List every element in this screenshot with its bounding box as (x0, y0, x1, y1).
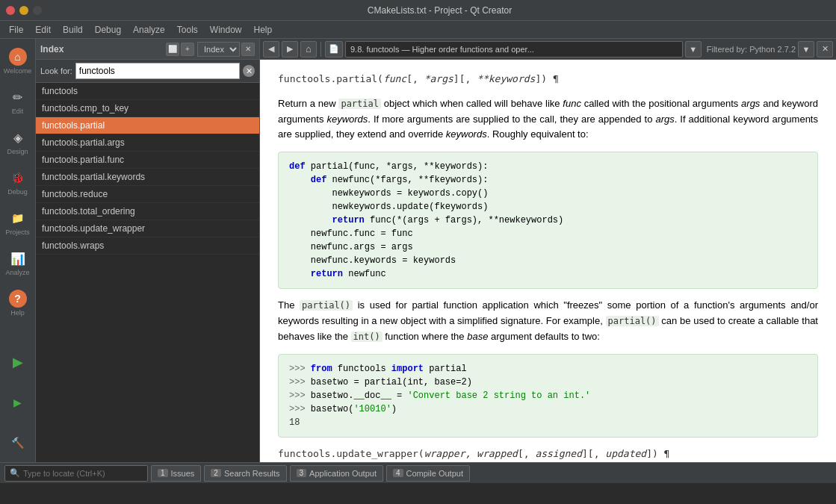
locate-input[interactable] (23, 469, 143, 478)
prompt-1: >>> (289, 364, 306, 374)
menu-analyze[interactable]: Analyze (127, 23, 171, 37)
tab-compile-num: 4 (393, 469, 403, 477)
nav-forward-button[interactable]: ▶ (282, 41, 298, 57)
sidebar-item-build[interactable]: 🔨 (1, 423, 34, 462)
sidebar-item-help[interactable]: ? Help (1, 284, 34, 323)
kw-def-1: def (289, 161, 306, 172)
toolbar-separator (321, 42, 321, 57)
sidebar-label-design: Design (7, 148, 28, 155)
close-panel-button[interactable]: ✕ (241, 43, 255, 56)
search-label: Look for: (40, 66, 72, 75)
sidebar-label-help: Help (10, 309, 25, 317)
design-icon: ◈ (9, 128, 27, 146)
index-item-functools[interactable]: functools (36, 83, 259, 100)
index-item-wraps[interactable]: functools.wraps (36, 237, 259, 255)
sidebar-item-edit[interactable]: ✏ Edit (1, 82, 34, 121)
window-title: CMakeLists.txt - Project - Qt Creator (49, 5, 830, 16)
nav-back-button[interactable]: ◀ (263, 41, 279, 57)
analyze-icon: 📊 (9, 249, 27, 267)
search-bar: Look for: ✕ (36, 60, 259, 83)
run-icon: ▶ (9, 353, 27, 371)
sidebar-item-run[interactable]: ▶ (1, 343, 34, 382)
sidebar-item-design[interactable]: ◈ Design (1, 122, 34, 161)
sidebar-item-build-run[interactable]: ▶ (1, 383, 34, 422)
minimize-button[interactable] (19, 6, 28, 15)
doc-file-button[interactable]: 📄 (325, 41, 343, 57)
nav-home-button[interactable]: ⌂ (300, 41, 317, 57)
content-toolbar: ◀ ▶ ⌂ 📄 9.8. functools — Higher order fu… (260, 39, 836, 60)
tab-search-label: Search Results (224, 469, 280, 478)
tab-compile-output[interactable]: 4 Compile Output (386, 465, 470, 482)
close-doc-button[interactable]: ✕ (817, 41, 833, 57)
partial-call-mono2: partial() (606, 316, 659, 326)
doc-title-text: 9.8. functools — Higher order functions … (350, 45, 534, 54)
search-input[interactable] (75, 63, 240, 79)
kw-import: import (391, 364, 424, 374)
maximize-button[interactable] (33, 6, 42, 15)
index-item-cmp-to-key[interactable]: functools.cmp_to_key (36, 100, 259, 117)
menubar: File Edit Build Debug Analyze Tools Wind… (0, 21, 836, 39)
code-block-example: >>> from functools import partial >>> ba… (278, 354, 818, 438)
sidebar-label-analyze: Analyze (5, 269, 29, 276)
window-controls (6, 6, 42, 15)
titlebar: CMakeLists.txt - Project - Qt Creator (0, 0, 836, 21)
filter-label: Filtered by: Python 2.7.2 (707, 45, 796, 54)
menu-edit[interactable]: Edit (29, 23, 57, 37)
filter-dropdown-button[interactable]: ▼ (798, 41, 814, 57)
menu-build[interactable]: Build (57, 23, 89, 37)
statusbar: 🔍 1 Issues 2 Search Results 3 Applicatio… (0, 462, 836, 483)
tab-issues-num: 1 (158, 469, 168, 477)
tab-app-num: 3 (297, 469, 307, 477)
menu-help[interactable]: Help (248, 23, 279, 37)
index-item-partial-keywords[interactable]: functools.partial.keywords (36, 169, 259, 186)
tab-compile-label: Compile Output (406, 469, 463, 478)
code-block-partial-def: def partial(func, *args, **keywords): de… (278, 152, 818, 289)
build-run-icon: ▶ (9, 393, 27, 411)
prompt-2: >>> (289, 377, 306, 388)
add-button[interactable]: + (181, 43, 194, 56)
help-icon: ? (9, 290, 27, 308)
sidebar-item-welcome[interactable]: ⌂ Welcome (1, 42, 34, 81)
doc-dropdown-button[interactable]: ▼ (685, 41, 702, 57)
search-clear-button[interactable]: ✕ (243, 65, 255, 77)
menu-tools[interactable]: Tools (171, 23, 204, 37)
kw-def-2: def (311, 175, 327, 185)
sidebar-label-edit: Edit (12, 108, 24, 115)
partial-mono: partial (338, 99, 381, 109)
index-item-total-ordering[interactable]: functools.total_ordering (36, 203, 259, 220)
menu-file[interactable]: File (3, 23, 29, 37)
kw-return-1: return (332, 215, 365, 225)
body-partial-desc-text: The partial() is used for partial functi… (278, 298, 818, 344)
split-button[interactable]: ⬜ (166, 43, 179, 56)
index-list: functools functools.cmp_to_key functools… (36, 83, 259, 462)
index-item-partial-args[interactable]: functools.partial.args (36, 134, 259, 152)
tab-issues[interactable]: 1 Issues (151, 465, 201, 482)
tab-search-num: 2 (211, 469, 221, 477)
prompt-3: >>> (289, 391, 306, 401)
index-item-partial[interactable]: functools.partial (36, 117, 259, 134)
menu-window[interactable]: Window (204, 23, 248, 37)
index-item-partial-func[interactable]: functools.partial.func (36, 152, 259, 169)
panel-dropdown[interactable]: Index (197, 42, 240, 57)
tab-app-label: Application Output (309, 469, 377, 478)
sidebar-item-analyze[interactable]: 📊 Analyze (1, 243, 34, 282)
tab-app-output[interactable]: 3 Application Output (290, 465, 383, 482)
right-content: ◀ ▶ ⌂ 📄 9.8. functools — Higher order fu… (260, 39, 836, 462)
index-item-update-wrapper[interactable]: functools.update_wrapper (36, 220, 259, 237)
tab-issues-label: Issues (171, 469, 195, 478)
menu-debug[interactable]: Debug (89, 23, 127, 37)
body-partial-text: Return a new partial object which when c… (278, 96, 818, 143)
sidebar-icons: ⌂ Welcome ✏ Edit ◈ Design 🐞 Debug 📁 Proj… (0, 39, 36, 462)
partial-call-mono1: partial() (300, 300, 353, 311)
kw-return-2: return (311, 269, 343, 279)
welcome-icon: ⌂ (9, 48, 27, 66)
doc-content[interactable]: functools.partial(func[, *args][, **keyw… (260, 60, 836, 462)
body-partial-desc: The partial() is used for partial functi… (278, 298, 818, 344)
sidebar-item-projects[interactable]: 📁 Projects (1, 203, 34, 242)
projects-icon: 📁 (9, 209, 27, 227)
tab-search-results[interactable]: 2 Search Results (204, 465, 286, 482)
sidebar-item-debug[interactable]: 🐞 Debug (1, 163, 34, 202)
signature-partial: functools.partial(func[, *args][, **keyw… (278, 72, 818, 87)
close-button[interactable] (6, 6, 15, 15)
index-item-reduce[interactable]: functools.reduce (36, 186, 259, 203)
